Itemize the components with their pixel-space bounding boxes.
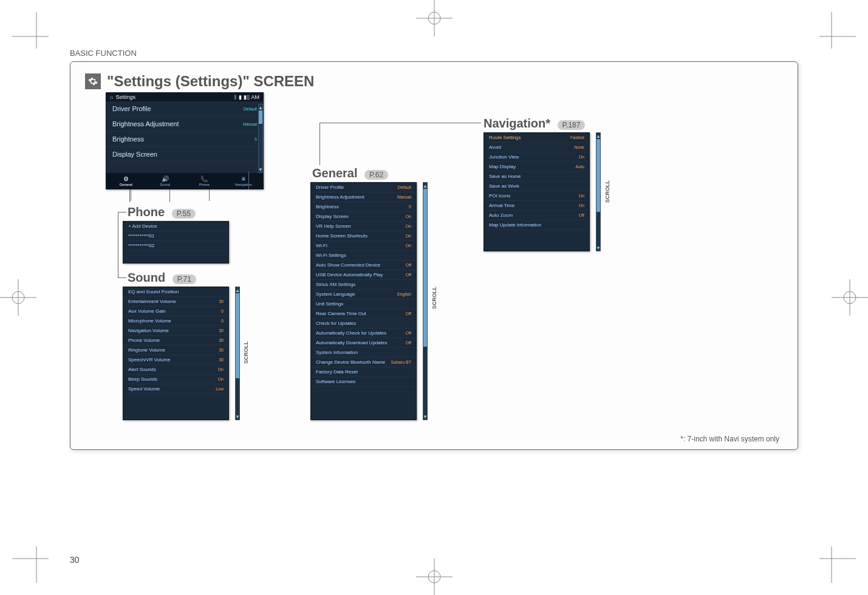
list-item[interactable]: Change Device Bluetooth NameSubaru BT bbox=[311, 358, 416, 367]
list-item[interactable]: POI IconsOn bbox=[484, 191, 589, 201]
list-item[interactable]: + Add Device bbox=[123, 222, 228, 231]
row-label: POI Icons bbox=[489, 193, 510, 199]
row-label: Junction View bbox=[489, 154, 519, 160]
list-item[interactable]: Automatically Check for UpdatesOff bbox=[311, 328, 416, 338]
tab-sound[interactable]: 🔊Sound bbox=[146, 173, 185, 189]
list-item[interactable]: Automatically Download UpdatesOff bbox=[311, 338, 416, 348]
row-value: Off bbox=[406, 273, 411, 277]
list-item[interactable]: EQ and Sound Position bbox=[123, 287, 228, 297]
list-item[interactable]: ***********01 bbox=[123, 231, 228, 241]
list-item[interactable]: Factory Data Reset bbox=[311, 367, 416, 377]
gear-icon bbox=[85, 73, 101, 89]
row-label: Wi-Fi bbox=[316, 243, 327, 248]
row-label: Automatically Download Updates bbox=[316, 340, 387, 345]
tab-label: General bbox=[120, 183, 132, 186]
list-item[interactable]: Brightness AdjustmentManual bbox=[106, 117, 263, 132]
list-item[interactable]: Sirius XM Settings bbox=[311, 280, 416, 290]
list-item[interactable]: System LanguageEnglish bbox=[311, 290, 416, 299]
list-item[interactable]: Save as Home bbox=[484, 172, 589, 182]
row-label: Wi-Fi Settings bbox=[316, 253, 346, 258]
list-item[interactable]: Wi-FiOn bbox=[311, 241, 416, 251]
row-value: Subaru BT bbox=[391, 360, 411, 364]
list-item[interactable]: Driver ProfileDefault bbox=[311, 183, 416, 192]
list-item[interactable]: Driver ProfileDefault bbox=[106, 101, 263, 117]
row-label: Map Update Information bbox=[489, 222, 541, 228]
list-item[interactable]: Beep SoundsOn bbox=[123, 375, 228, 384]
navigation-screenshot: Route SettingsFastestAvoidNoneJunction V… bbox=[484, 132, 590, 251]
tab-label: Navigation bbox=[235, 183, 252, 186]
list-item[interactable]: Save as Work bbox=[484, 182, 589, 191]
list-item[interactable]: Display ScreenOn bbox=[311, 212, 416, 222]
row-value: Off bbox=[406, 331, 411, 335]
row-label: Avoid bbox=[489, 144, 501, 150]
general-scroll-label: SCROLL bbox=[431, 287, 437, 309]
list-item[interactable]: Check for Updates bbox=[311, 319, 416, 328]
gear-icon: ⚙ bbox=[123, 175, 129, 182]
list-item[interactable]: Brightness5 bbox=[106, 132, 263, 147]
row-value: On bbox=[406, 214, 411, 219]
row-label: Ringtone Volume bbox=[128, 347, 165, 353]
list-item[interactable]: Map DisplayAuto bbox=[484, 162, 589, 172]
list-item[interactable]: ***********02 bbox=[123, 241, 228, 251]
row-label: Display Screen bbox=[112, 151, 157, 158]
row-label: Driver Profile bbox=[112, 105, 151, 112]
settings-screenshot: ⌂ Settings ᛒ ▮ ▮▯ AM Driver ProfileDefau… bbox=[106, 92, 264, 189]
list-item[interactable]: Ringtone Volume30 bbox=[123, 345, 228, 355]
list-item[interactable]: Auto ZoomOff bbox=[484, 211, 589, 220]
list-item[interactable]: Speech/VR Volume30 bbox=[123, 355, 228, 365]
list-item[interactable]: Home Screen ShortcutsOn bbox=[311, 231, 416, 241]
list-item[interactable]: Entertainment Volume30 bbox=[123, 297, 228, 307]
list-item[interactable]: Map Update Information bbox=[484, 220, 589, 230]
row-value: Off bbox=[406, 263, 411, 267]
row-label: VR Help Screen bbox=[316, 223, 350, 229]
row-label: + Add Device bbox=[128, 223, 157, 229]
list-item[interactable]: System Information bbox=[311, 348, 416, 358]
tab-navigation[interactable]: ⛯Navigation bbox=[224, 173, 264, 189]
row-value: 30 bbox=[219, 328, 224, 333]
row-value: None bbox=[574, 145, 584, 149]
row-label: Entertainment Volume bbox=[128, 299, 176, 304]
row-label: Driver Profile bbox=[316, 185, 344, 190]
list-item[interactable]: Brightness5 bbox=[311, 202, 416, 212]
list-item[interactable]: Auto Show Connected DeviceOff bbox=[311, 260, 416, 270]
navigation-scrollbar[interactable]: ▲ ▼ bbox=[596, 132, 601, 251]
list-item[interactable]: Phone Volume30 bbox=[123, 336, 228, 345]
row-value: Manual bbox=[243, 122, 257, 126]
row-label: Brightness Adjustment bbox=[316, 194, 364, 200]
phone-heading: Phone P.55 bbox=[128, 205, 196, 219]
list-item[interactable]: Navigation Volume30 bbox=[123, 326, 228, 336]
list-item[interactable]: Software Licenses bbox=[311, 377, 416, 387]
row-label: USB Device Automatically Play bbox=[316, 272, 383, 277]
row-value: On bbox=[218, 367, 224, 372]
row-label: Aux Volume Gain bbox=[128, 308, 166, 314]
list-item[interactable]: Microphone Volume0 bbox=[123, 316, 228, 326]
list-item[interactable]: Arrival TimeOn bbox=[484, 201, 589, 211]
list-item[interactable]: Junction ViewOn bbox=[484, 152, 589, 162]
row-label: Brightness Adjustment bbox=[112, 120, 179, 127]
row-value: 30 bbox=[219, 348, 224, 352]
general-scrollbar[interactable]: ▲ ▼ bbox=[423, 182, 428, 420]
list-item[interactable]: Display Screen bbox=[106, 147, 263, 162]
list-item[interactable]: AvoidNone bbox=[484, 143, 589, 152]
sound-scrollbar[interactable]: ▲ ▼ bbox=[235, 287, 240, 420]
list-item[interactable]: USB Device Automatically PlayOff bbox=[311, 270, 416, 280]
row-label: Auto Show Connected Device bbox=[316, 262, 380, 268]
row-label: Unit Settings bbox=[316, 301, 343, 307]
list-item[interactable]: Unit Settings bbox=[311, 299, 416, 309]
list-item[interactable]: Aux Volume Gain0 bbox=[123, 307, 228, 316]
list-item[interactable]: Alert SoundsOn bbox=[123, 365, 228, 375]
list-item[interactable]: Speed VolumeLow bbox=[123, 384, 228, 394]
phone-screenshot: + Add Device***********01***********02 bbox=[123, 221, 229, 264]
list-item[interactable]: Wi-Fi Settings bbox=[311, 251, 416, 260]
tab-general[interactable]: ⚙General bbox=[106, 173, 146, 189]
row-value: Off bbox=[579, 213, 584, 217]
row-value: On bbox=[579, 203, 584, 208]
sound-scroll-label: SCROLL bbox=[243, 341, 249, 364]
list-item[interactable]: VR Help ScreenOn bbox=[311, 222, 416, 231]
tab-phone[interactable]: 📞Phone bbox=[185, 173, 224, 189]
list-item[interactable]: Route SettingsFastest bbox=[484, 133, 589, 143]
list-item[interactable]: Brightness AdjustmentManual bbox=[311, 192, 416, 202]
row-label: ***********01 bbox=[128, 233, 154, 239]
phone-icon: 📞 bbox=[200, 175, 208, 182]
list-item[interactable]: Rear Camera Time OutOff bbox=[311, 309, 416, 319]
